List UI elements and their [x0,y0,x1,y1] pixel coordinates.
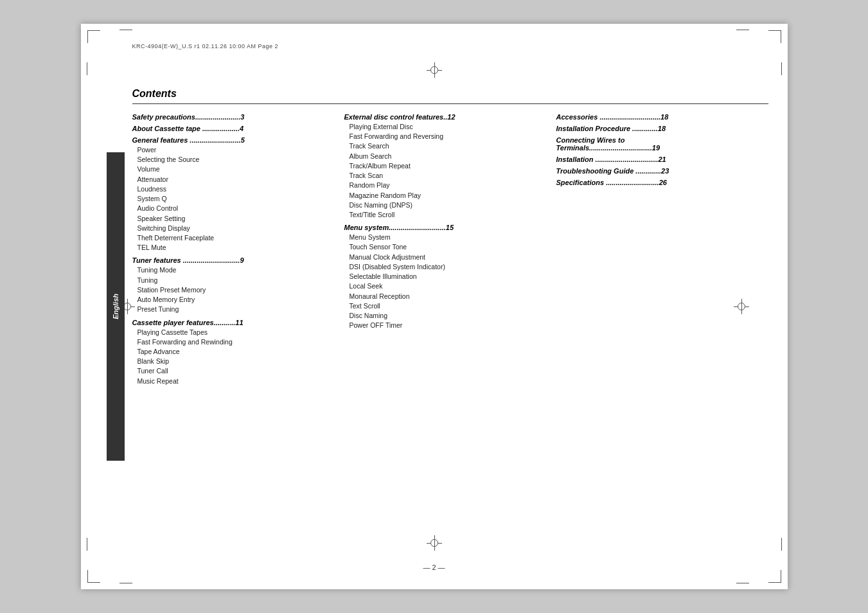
list-item: Station Preset Memory [132,285,338,295]
section-header: About Cassette tape ...................4 [132,125,338,132]
list-item: Audio Control [132,204,338,213]
page-title: Contents [132,88,768,104]
list-item: Text/Title Scroll [344,210,550,220]
list-item: Tuning [132,276,338,285]
list-item: Volume [132,164,338,174]
section-header: Installation Procedure .............18 [556,125,762,132]
list-item: Disc Naming [344,311,550,321]
column-1: Safety precautions......................… [132,113,344,386]
section-header: External disc control features..12 [344,113,550,121]
file-info: KRC-4904(E-W)_U.S r1 02.11.26 10:00 AM P… [132,43,279,49]
list-item: Switching Display [132,224,338,233]
list-item: Selecting the Source [132,155,338,164]
section-header: Menu system.............................… [344,224,550,231]
list-item: Tape Advance [132,347,338,357]
list-item: Random Play [344,181,550,190]
list-item: Track/Album Repeat [344,161,550,171]
list-item: Track Scan [344,171,550,181]
page-wrapper: KRC-4904(E-W)_U.S r1 02.11.26 10:00 AM P… [81,24,788,589]
list-item: Theft Deterrent Faceplate [132,233,338,243]
list-item: Magazine Random Play [344,191,550,200]
section-header: Safety precautions......................… [132,113,338,121]
list-item: Playing External Disc [344,122,550,132]
list-item: TEL Mute [132,243,338,253]
corner-mark-tr [768,30,781,43]
list-item: Loudness [132,184,338,194]
content-area: Contents Safety precautions.............… [132,88,768,551]
section-header: Cassette player features...........11 [132,319,338,326]
sidebar-label: English [107,152,125,461]
list-item: Power [132,145,338,155]
list-item: Tuner Call [132,366,338,376]
list-item: Fast Forwarding and Reversing [344,132,550,141]
tick-mark [120,30,132,30]
column-3: Accessories ............................… [556,113,768,386]
section-header: Accessories ............................… [556,113,762,121]
tick-mark [781,538,782,551]
list-item: Disc Naming (DNPS) [344,200,550,210]
corner-mark-tl [87,30,100,43]
list-item: Speaker Setting [132,214,338,224]
list-item: Preset Tuning [132,305,338,314]
tick-mark [736,583,749,583]
tick-mark [120,583,132,583]
page-number: — 2 — [423,564,445,571]
columns-container: Safety precautions......................… [132,113,768,386]
crosshair-top [427,62,442,78]
corner-mark-br [768,570,781,583]
list-item: System Q [132,194,338,204]
list-item: Tuning Mode [132,265,338,275]
list-item: Local Seek [344,281,550,291]
corner-mark-bl [87,570,100,583]
section-header: Specifications .........................… [556,179,762,186]
section-header: Connecting Wires to Terminals...........… [556,136,762,152]
list-item: Monaural Reception [344,292,550,301]
section-header: General features .......................… [132,136,338,144]
list-item: Track Search [344,141,550,151]
tick-mark [87,538,87,551]
sidebar-text: English [112,294,120,319]
list-item: Blank Skip [132,357,338,366]
section-header-text-continued: Terminals...............................… [556,144,660,152]
list-item: Auto Memory Entry [132,295,338,305]
section-header: Installation ...........................… [556,155,762,163]
column-2: External disc control features..12 Playi… [344,113,556,386]
list-item: Playing Cassette Tapes [132,328,338,337]
list-item: Text Scroll [344,301,550,311]
section-header-text: Connecting Wires to [556,136,625,144]
list-item: Manual Clock Adjustment [344,253,550,262]
list-item: Menu System [344,233,550,242]
section-header: Troubleshooting Guide .............23 [556,167,762,175]
list-item: Fast Forwarding and Rewinding [132,337,338,347]
tick-mark [781,62,782,75]
list-item: Selectable Illumination [344,272,550,281]
list-item: DSI (Disabled System Indicator) [344,262,550,272]
tick-mark [87,62,87,75]
list-item: Touch Sensor Tone [344,242,550,252]
list-item: Music Repeat [132,377,338,386]
list-item: Album Search [344,152,550,161]
section-header: Tuner features .........................… [132,256,338,264]
tick-mark [736,30,749,30]
list-item: Attenuator [132,175,338,184]
list-item: Power OFF Timer [344,321,550,330]
